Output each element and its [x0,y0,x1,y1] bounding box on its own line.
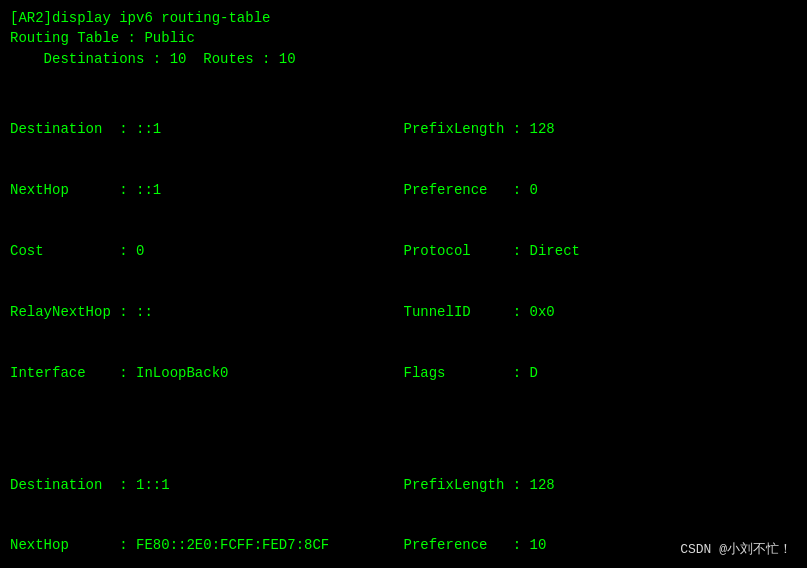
entry-0-right: PrefixLength : 128 Preference : 0 Protoc… [404,79,798,424]
entry-1-nexthop: NextHop : FE80::2E0:FCFF:FED7:8CF [10,535,404,555]
tid-val-0: 0x0 [530,302,555,322]
nh-label-0: NextHop : [10,180,136,200]
entry-0-left: Destination : ::1 NextHop : ::1 Cost : 0… [10,79,404,424]
tid-label-0: TunnelID : [404,302,530,322]
proto-label-0: Protocol : [404,241,530,261]
dest-val-0: ::1 [136,119,161,139]
entry-0-nexthop: NextHop : ::1 [10,180,404,200]
nh-label-1: NextHop : [10,535,136,555]
pl-label-0: PrefixLength : [404,119,530,139]
rnh-val-0: :: [136,302,153,322]
entry-1-prefixlength: PrefixLength : 128 [404,475,798,495]
entry-0: Destination : ::1 NextHop : ::1 Cost : 0… [10,79,797,424]
flags-val-0: D [530,363,538,383]
prompt-line: [AR2]display ipv6 routing-table [10,8,797,28]
entry-0-destination: Destination : ::1 [10,119,404,139]
pl-label-1: PrefixLength : [404,475,530,495]
entry-0-relaynexthop: RelayNextHop : :: [10,302,404,322]
pl-val-1: 128 [530,475,555,495]
iface-label-0: Interface : [10,363,136,383]
pref-val-0: 0 [530,180,538,200]
pref-label-1: Preference : [404,535,530,555]
entry-0-preference: Preference : 0 [404,180,798,200]
routing-table-label: Routing Table : Public [10,28,195,48]
entry-0-prefixlength: PrefixLength : 128 [404,119,798,139]
dest-label-0: Destination : [10,119,136,139]
rnh-label-0: RelayNextHop : [10,302,136,322]
watermark: CSDN @小刘不忙！ [680,540,792,558]
summary-indent [10,49,44,69]
nh-val-0: ::1 [136,180,161,200]
routing-table-label-line: Routing Table : Public [10,28,797,48]
terminal-output: [AR2]display ipv6 routing-table Routing … [10,8,797,568]
entry-1: Destination : 1::1 NextHop : FE80::2E0:F… [10,434,797,568]
cost-label-0: Cost : [10,241,136,261]
pl-val-0: 128 [530,119,555,139]
entry-0-tunnelid: TunnelID : 0x0 [404,302,798,322]
dest-label-1: Destination : [10,475,136,495]
entry-0-protocol: Protocol : Direct [404,241,798,261]
entry-0-interface: Interface : InLoopBack0 [10,363,404,383]
entry-1-left: Destination : 1::1 NextHop : FE80::2E0:F… [10,434,404,568]
pref-label-0: Preference : [404,180,530,200]
entry-0-cost: Cost : 0 [10,241,404,261]
prompt-text: [AR2]display ipv6 routing-table [10,8,270,28]
summary-text: Destinations : 10 Routes : 10 [44,49,296,69]
pref-val-1: 10 [530,535,547,555]
nh-val-1: FE80::2E0:FCFF:FED7:8CF [136,535,329,555]
cost-val-0: 0 [136,241,144,261]
gap-1 [10,424,797,434]
iface-val-0: InLoopBack0 [136,363,228,383]
entry-1-destination: Destination : 1::1 [10,475,404,495]
summary-line: Destinations : 10 Routes : 10 [10,49,797,69]
dest-val-1: 1::1 [136,475,170,495]
proto-val-0: Direct [530,241,580,261]
flags-label-0: Flags : [404,363,530,383]
entry-0-flags: Flags : D [404,363,798,383]
gap-0 [10,69,797,79]
